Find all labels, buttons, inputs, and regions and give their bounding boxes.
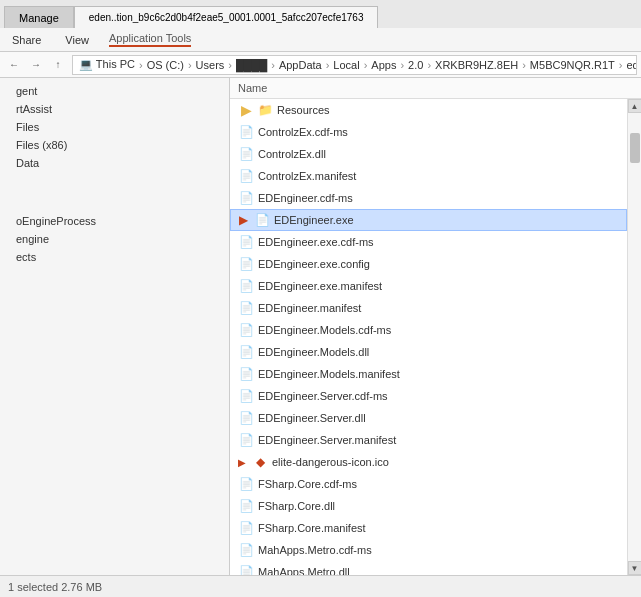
ribbon-share[interactable]: Share	[8, 32, 45, 48]
file-list-container: ▶📁Resources📄ControlzEx.cdf-ms📄ControlzEx…	[230, 99, 641, 575]
ribbon-view[interactable]: View	[61, 32, 93, 48]
list-item[interactable]: 📄ControlzEx.dll	[230, 143, 627, 165]
list-item[interactable]: 📄ControlzEx.cdf-ms	[230, 121, 627, 143]
list-item[interactable]: 📄MahApps.Metro.cdf-ms	[230, 539, 627, 561]
nav-buttons: ← → ↑	[4, 55, 68, 75]
file-name-label: EDEngineer.exe.cdf-ms	[258, 236, 374, 248]
path-eden[interactable]: eden..t	[627, 59, 638, 71]
title-bar-tabs: Manage eden..tion_b9c6c2d0b4f2eae5_0001.…	[4, 0, 378, 28]
file-icon: 📄	[238, 388, 254, 404]
list-item[interactable]: ▶📄EDEngineer.exe	[230, 209, 627, 231]
left-item-ects[interactable]: ects	[0, 248, 229, 266]
file-name-label: EDEngineer.cdf-ms	[258, 192, 353, 204]
list-item[interactable]: 📄EDEngineer.exe.config	[230, 253, 627, 275]
exe-selected-icon: ▶	[239, 213, 248, 227]
file-name-label: EDEngineer.Models.manifest	[258, 368, 400, 380]
list-item[interactable]: 📄FSharp.Core.dll	[230, 495, 627, 517]
file-icon: 📄	[238, 124, 254, 140]
left-item-gent[interactable]: gent	[0, 82, 229, 100]
list-item[interactable]: 📄EDEngineer.Models.manifest	[230, 363, 627, 385]
file-list-area: Name ▶📁Resources📄ControlzEx.cdf-ms📄Contr…	[230, 78, 641, 575]
path-thispc[interactable]: 💻 This PC	[79, 58, 135, 71]
list-item[interactable]: 📄EDEngineer.Models.cdf-ms	[230, 319, 627, 341]
file-name-label: EDEngineer.exe.config	[258, 258, 370, 270]
list-item[interactable]: 📄EDEngineer.Server.manifest	[230, 429, 627, 451]
file-icon: 📄	[238, 278, 254, 294]
list-item[interactable]: 📄EDEngineer.exe.cdf-ms	[230, 231, 627, 253]
path-user[interactable]: ████	[236, 59, 267, 71]
left-item-files[interactable]: Files	[0, 118, 229, 136]
list-item[interactable]: ▶📁Resources	[230, 99, 627, 121]
file-name-label: elite-dangerous-icon.ico	[272, 456, 389, 468]
file-name-label: ControlzEx.cdf-ms	[258, 126, 348, 138]
status-bar: 1 selected 2.76 MB	[0, 575, 641, 597]
file-name-label: EDEngineer.Models.cdf-ms	[258, 324, 391, 336]
scroll-thumb[interactable]	[630, 133, 640, 163]
path-two[interactable]: 2.0	[408, 59, 423, 71]
folder-icon2: 📁	[258, 103, 273, 117]
file-icon: 📄	[238, 366, 254, 382]
path-xrkbr[interactable]: XRKBR9HZ.8EH	[435, 59, 518, 71]
file-name-label: EDEngineer.manifest	[258, 302, 361, 314]
nav-back[interactable]: ←	[4, 55, 24, 75]
file-icon: 📄	[238, 234, 254, 250]
list-item[interactable]: 📄MahApps.Metro.dll	[230, 561, 627, 575]
address-path-bar[interactable]: 💻 This PC › OS (C:) › Users › ████ › App…	[72, 55, 637, 75]
status-text: 1 selected 2.76 MB	[8, 581, 102, 593]
file-name-label: MahApps.Metro.cdf-ms	[258, 544, 372, 556]
path-m5bc[interactable]: M5BC9NQR.R1T	[530, 59, 615, 71]
column-header-name[interactable]: Name	[238, 82, 633, 94]
tab-manage[interactable]: Manage	[4, 6, 74, 28]
left-item-rtassist[interactable]: rtAssist	[0, 100, 229, 118]
list-item[interactable]: 📄EDEngineer.manifest	[230, 297, 627, 319]
title-bar: Manage eden..tion_b9c6c2d0b4f2eae5_0001.…	[0, 0, 641, 28]
address-bar: ← → ↑ 💻 This PC › OS (C:) › Users › ████…	[0, 52, 641, 78]
path-users[interactable]: Users	[196, 59, 225, 71]
left-item-files-x86[interactable]: Files (x86)	[0, 136, 229, 154]
list-item[interactable]: 📄FSharp.Core.manifest	[230, 517, 627, 539]
file-name-label: EDEngineer.Server.cdf-ms	[258, 390, 388, 402]
file-icon: 📄	[238, 476, 254, 492]
ribbon-application-tools: Application Tools	[109, 32, 191, 47]
list-item[interactable]: ▶◆elite-dangerous-icon.ico	[230, 451, 627, 473]
list-item[interactable]: 📄EDEngineer.exe.manifest	[230, 275, 627, 297]
scrollbar[interactable]: ▲ ▼	[627, 99, 641, 575]
scroll-up-button[interactable]: ▲	[628, 99, 642, 113]
file-name-label: ControlzEx.dll	[258, 148, 326, 160]
file-name-label: FSharp.Core.cdf-ms	[258, 478, 357, 490]
path-local[interactable]: Local	[333, 59, 359, 71]
path-apps[interactable]: Apps	[371, 59, 396, 71]
file-name-label: Resources	[277, 104, 330, 116]
path-osc[interactable]: OS (C:)	[147, 59, 184, 71]
list-item[interactable]: 📄EDEngineer.Server.cdf-ms	[230, 385, 627, 407]
file-name-label: EDEngineer.exe	[274, 214, 354, 226]
file-name-label: FSharp.Core.dll	[258, 500, 335, 512]
file-icon: 📄	[238, 410, 254, 426]
scroll-track[interactable]	[628, 113, 642, 561]
path-appdata[interactable]: AppData	[279, 59, 322, 71]
list-item[interactable]: 📄ControlzEx.manifest	[230, 165, 627, 187]
file-name-label: MahApps.Metro.dll	[258, 566, 350, 575]
file-name-label: EDEngineer.Models.dll	[258, 346, 369, 358]
file-name-label: EDEngineer.exe.manifest	[258, 280, 382, 292]
file-icon: 📄	[238, 190, 254, 206]
scroll-down-button[interactable]: ▼	[628, 561, 642, 575]
file-list: ▶📁Resources📄ControlzEx.cdf-ms📄ControlzEx…	[230, 99, 627, 575]
file-icon: 📄	[238, 498, 254, 514]
file-icon: 📄	[238, 344, 254, 360]
nav-forward[interactable]: →	[26, 55, 46, 75]
file-icon: 📄	[238, 256, 254, 272]
file-icon: 📄	[238, 520, 254, 536]
left-item-engine[interactable]: engine	[0, 230, 229, 248]
list-item[interactable]: 📄EDEngineer.Models.dll	[230, 341, 627, 363]
nav-up[interactable]: ↑	[48, 55, 68, 75]
list-item[interactable]: 📄EDEngineer.cdf-ms	[230, 187, 627, 209]
file-name-label: EDEngineer.Server.dll	[258, 412, 366, 424]
left-item-data[interactable]: Data	[0, 154, 229, 172]
file-icon: 📄	[238, 432, 254, 448]
left-item-oenginep[interactable]: oEngineProcess	[0, 212, 229, 230]
list-item[interactable]: 📄FSharp.Core.cdf-ms	[230, 473, 627, 495]
list-item[interactable]: 📄EDEngineer.Server.dll	[230, 407, 627, 429]
tab-eden[interactable]: eden..tion_b9c6c2d0b4f2eae5_0001.0001_5a…	[74, 6, 379, 28]
file-icon: 📄	[238, 168, 254, 184]
